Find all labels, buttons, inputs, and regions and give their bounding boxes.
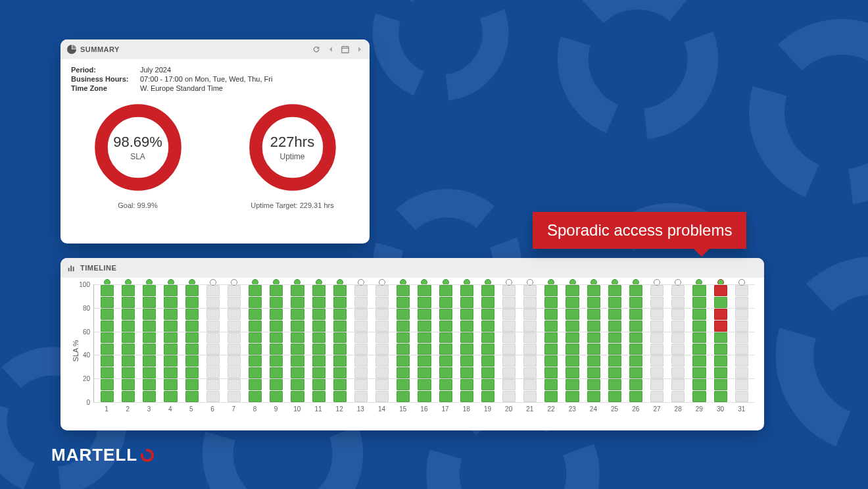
timeline-header: TIMELINE [60, 258, 764, 278]
x-tick: 29 [690, 405, 708, 413]
day-column [669, 284, 687, 402]
day-column [648, 284, 666, 402]
uptime-value: 227hrs [270, 134, 314, 151]
x-tick: 3 [139, 405, 158, 413]
day-column [585, 284, 603, 402]
x-tick: 8 [245, 405, 264, 413]
grid-line [94, 378, 755, 379]
bg-ring-icon [552, 0, 723, 145]
svg-point-1 [573, 0, 703, 124]
day-column [479, 284, 497, 402]
bar-chart-icon [67, 263, 76, 272]
x-tick: 5 [182, 405, 201, 413]
x-tick: 2 [118, 405, 137, 413]
x-tick: 11 [309, 405, 327, 413]
svg-rect-17 [73, 267, 74, 271]
x-tick: 9 [267, 405, 285, 413]
refresh-button[interactable] [312, 45, 321, 54]
brand-text: MARTELL [51, 445, 137, 465]
bg-ring-icon [368, 0, 513, 105]
y-tick: 40 [83, 351, 90, 359]
summary-meta: Period:July 2024 Business Hours:07:00 - … [60, 59, 370, 92]
day-column [394, 284, 412, 402]
day-column [225, 284, 243, 402]
x-tick: 15 [394, 405, 412, 413]
svg-point-5 [794, 275, 868, 435]
day-column [183, 284, 201, 402]
x-tick: 14 [372, 405, 391, 413]
y-tick: 100 [79, 281, 90, 288]
x-tick: 7 [224, 405, 243, 413]
brand-ring-icon [139, 448, 155, 463]
x-tick: 17 [436, 405, 454, 413]
brand-logo: MARTELL [51, 445, 155, 465]
x-tick: 4 [161, 405, 180, 413]
day-column [373, 284, 391, 402]
prev-button[interactable] [327, 46, 334, 53]
bg-ring-icon [743, 13, 868, 211]
day-column [606, 284, 624, 402]
day-column [542, 284, 560, 402]
day-column [563, 284, 581, 402]
x-tick: 21 [521, 405, 539, 413]
x-tick: 16 [415, 405, 433, 413]
sla-gauge: 98.69% SLA Goal: 99.9% [85, 101, 191, 209]
x-tick: 31 [733, 405, 751, 413]
uptime-label: Uptime [279, 152, 304, 161]
x-tick: 20 [500, 405, 518, 413]
y-tick: 60 [83, 328, 90, 335]
x-tick: 6 [203, 405, 222, 413]
grid-line [94, 355, 755, 355]
x-tick: 13 [351, 405, 370, 413]
x-tick: 30 [711, 405, 729, 413]
next-button[interactable] [356, 46, 363, 53]
day-column [711, 284, 730, 402]
day-column [415, 284, 433, 402]
x-tick: 23 [563, 405, 581, 413]
day-column [310, 284, 328, 402]
uptime-footer: Uptime Target: 229.31 hrs [240, 201, 345, 209]
day-column [161, 284, 180, 402]
day-column [437, 284, 455, 402]
x-tick: 25 [606, 405, 624, 413]
summary-panel: SUMMARY Period:July 2024 Business Hours:… [60, 39, 370, 244]
hours-label: Business Hours: [71, 75, 140, 83]
day-column [140, 284, 158, 402]
calendar-button[interactable] [341, 45, 350, 54]
sla-footer: Goal: 99.9% [85, 201, 191, 209]
day-column [521, 284, 539, 402]
day-column [500, 284, 518, 402]
x-tick: 19 [478, 405, 496, 413]
sla-value: 98.69% [113, 134, 162, 151]
day-column [98, 284, 116, 402]
day-column [267, 284, 285, 402]
x-tick: 12 [330, 405, 349, 413]
day-column [352, 284, 370, 402]
x-tick: 24 [584, 405, 602, 413]
pie-chart-icon [67, 45, 76, 54]
day-column [733, 284, 751, 402]
svg-rect-16 [70, 266, 72, 272]
x-tick: 28 [669, 405, 687, 413]
x-tick: 10 [288, 405, 306, 413]
day-column [627, 284, 645, 402]
period-value: July 2024 [140, 66, 171, 74]
bg-ring-icon [769, 250, 868, 461]
tz-value: W. Europe Standard Time [140, 84, 223, 92]
timeline-title: TIMELINE [80, 264, 116, 272]
y-tick: 0 [86, 399, 90, 406]
summary-title: SUMMARY [80, 45, 120, 53]
grid-line [94, 308, 755, 309]
grid-line [94, 284, 755, 285]
grid-line [94, 332, 755, 332]
day-column [204, 284, 222, 402]
day-column [246, 284, 264, 402]
day-column [331, 284, 349, 402]
summary-header: SUMMARY [60, 39, 370, 59]
sla-label: SLA [130, 152, 145, 161]
timeline-chart: SLA % 020406080100 123456789101112131415… [60, 278, 764, 424]
callout-text: Sporadic access problems [547, 221, 732, 239]
tz-label: Time Zone [71, 84, 140, 92]
day-column [690, 284, 708, 402]
svg-rect-9 [342, 47, 349, 53]
